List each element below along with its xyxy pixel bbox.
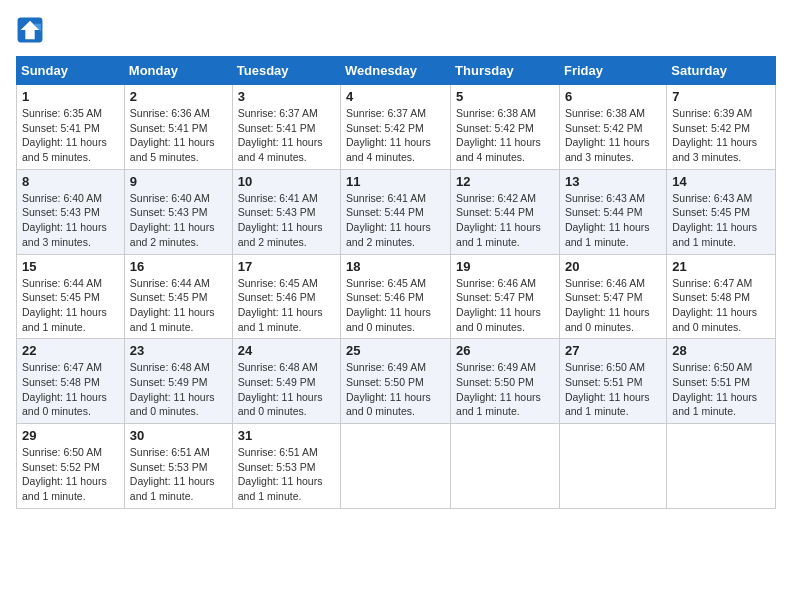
logo bbox=[16, 16, 48, 44]
day-number: 22 bbox=[22, 343, 119, 358]
calendar-cell: 16Sunrise: 6:44 AMSunset: 5:45 PMDayligh… bbox=[124, 254, 232, 339]
day-number: 25 bbox=[346, 343, 445, 358]
day-number: 18 bbox=[346, 259, 445, 274]
day-info: Sunrise: 6:39 AMSunset: 5:42 PMDaylight:… bbox=[672, 106, 770, 165]
calendar-week-row: 1Sunrise: 6:35 AMSunset: 5:41 PMDaylight… bbox=[17, 85, 776, 170]
day-number: 16 bbox=[130, 259, 227, 274]
calendar-cell: 1Sunrise: 6:35 AMSunset: 5:41 PMDaylight… bbox=[17, 85, 125, 170]
day-info: Sunrise: 6:50 AMSunset: 5:51 PMDaylight:… bbox=[565, 360, 661, 419]
calendar-week-row: 15Sunrise: 6:44 AMSunset: 5:45 PMDayligh… bbox=[17, 254, 776, 339]
calendar-cell bbox=[341, 424, 451, 509]
day-info: Sunrise: 6:35 AMSunset: 5:41 PMDaylight:… bbox=[22, 106, 119, 165]
day-info: Sunrise: 6:43 AMSunset: 5:45 PMDaylight:… bbox=[672, 191, 770, 250]
day-info: Sunrise: 6:47 AMSunset: 5:48 PMDaylight:… bbox=[22, 360, 119, 419]
logo-icon bbox=[16, 16, 44, 44]
calendar-cell bbox=[451, 424, 560, 509]
day-info: Sunrise: 6:42 AMSunset: 5:44 PMDaylight:… bbox=[456, 191, 554, 250]
day-info: Sunrise: 6:49 AMSunset: 5:50 PMDaylight:… bbox=[456, 360, 554, 419]
calendar-week-row: 8Sunrise: 6:40 AMSunset: 5:43 PMDaylight… bbox=[17, 169, 776, 254]
calendar-cell: 23Sunrise: 6:48 AMSunset: 5:49 PMDayligh… bbox=[124, 339, 232, 424]
calendar-cell: 28Sunrise: 6:50 AMSunset: 5:51 PMDayligh… bbox=[667, 339, 776, 424]
day-info: Sunrise: 6:46 AMSunset: 5:47 PMDaylight:… bbox=[456, 276, 554, 335]
column-header-friday: Friday bbox=[559, 57, 666, 85]
day-number: 15 bbox=[22, 259, 119, 274]
calendar-cell: 7Sunrise: 6:39 AMSunset: 5:42 PMDaylight… bbox=[667, 85, 776, 170]
day-number: 28 bbox=[672, 343, 770, 358]
day-number: 29 bbox=[22, 428, 119, 443]
day-info: Sunrise: 6:49 AMSunset: 5:50 PMDaylight:… bbox=[346, 360, 445, 419]
day-info: Sunrise: 6:51 AMSunset: 5:53 PMDaylight:… bbox=[130, 445, 227, 504]
column-header-saturday: Saturday bbox=[667, 57, 776, 85]
day-number: 12 bbox=[456, 174, 554, 189]
day-info: Sunrise: 6:45 AMSunset: 5:46 PMDaylight:… bbox=[238, 276, 335, 335]
day-number: 21 bbox=[672, 259, 770, 274]
calendar-cell: 31Sunrise: 6:51 AMSunset: 5:53 PMDayligh… bbox=[232, 424, 340, 509]
calendar-week-row: 22Sunrise: 6:47 AMSunset: 5:48 PMDayligh… bbox=[17, 339, 776, 424]
calendar-cell: 20Sunrise: 6:46 AMSunset: 5:47 PMDayligh… bbox=[559, 254, 666, 339]
day-number: 6 bbox=[565, 89, 661, 104]
day-number: 17 bbox=[238, 259, 335, 274]
calendar-cell: 2Sunrise: 6:36 AMSunset: 5:41 PMDaylight… bbox=[124, 85, 232, 170]
calendar-cell: 6Sunrise: 6:38 AMSunset: 5:42 PMDaylight… bbox=[559, 85, 666, 170]
day-info: Sunrise: 6:50 AMSunset: 5:51 PMDaylight:… bbox=[672, 360, 770, 419]
calendar-cell: 15Sunrise: 6:44 AMSunset: 5:45 PMDayligh… bbox=[17, 254, 125, 339]
day-number: 13 bbox=[565, 174, 661, 189]
calendar-cell: 19Sunrise: 6:46 AMSunset: 5:47 PMDayligh… bbox=[451, 254, 560, 339]
day-info: Sunrise: 6:44 AMSunset: 5:45 PMDaylight:… bbox=[22, 276, 119, 335]
calendar-cell: 26Sunrise: 6:49 AMSunset: 5:50 PMDayligh… bbox=[451, 339, 560, 424]
day-info: Sunrise: 6:36 AMSunset: 5:41 PMDaylight:… bbox=[130, 106, 227, 165]
calendar-cell: 11Sunrise: 6:41 AMSunset: 5:44 PMDayligh… bbox=[341, 169, 451, 254]
day-number: 30 bbox=[130, 428, 227, 443]
calendar-cell: 4Sunrise: 6:37 AMSunset: 5:42 PMDaylight… bbox=[341, 85, 451, 170]
day-info: Sunrise: 6:40 AMSunset: 5:43 PMDaylight:… bbox=[22, 191, 119, 250]
day-number: 23 bbox=[130, 343, 227, 358]
calendar-cell: 12Sunrise: 6:42 AMSunset: 5:44 PMDayligh… bbox=[451, 169, 560, 254]
column-header-wednesday: Wednesday bbox=[341, 57, 451, 85]
calendar-cell: 25Sunrise: 6:49 AMSunset: 5:50 PMDayligh… bbox=[341, 339, 451, 424]
day-info: Sunrise: 6:50 AMSunset: 5:52 PMDaylight:… bbox=[22, 445, 119, 504]
calendar-cell: 17Sunrise: 6:45 AMSunset: 5:46 PMDayligh… bbox=[232, 254, 340, 339]
day-number: 31 bbox=[238, 428, 335, 443]
calendar-cell: 13Sunrise: 6:43 AMSunset: 5:44 PMDayligh… bbox=[559, 169, 666, 254]
column-header-monday: Monday bbox=[124, 57, 232, 85]
day-info: Sunrise: 6:47 AMSunset: 5:48 PMDaylight:… bbox=[672, 276, 770, 335]
day-number: 3 bbox=[238, 89, 335, 104]
day-number: 14 bbox=[672, 174, 770, 189]
day-info: Sunrise: 6:43 AMSunset: 5:44 PMDaylight:… bbox=[565, 191, 661, 250]
column-header-thursday: Thursday bbox=[451, 57, 560, 85]
calendar-cell: 29Sunrise: 6:50 AMSunset: 5:52 PMDayligh… bbox=[17, 424, 125, 509]
calendar-cell: 27Sunrise: 6:50 AMSunset: 5:51 PMDayligh… bbox=[559, 339, 666, 424]
day-number: 7 bbox=[672, 89, 770, 104]
day-info: Sunrise: 6:51 AMSunset: 5:53 PMDaylight:… bbox=[238, 445, 335, 504]
day-number: 2 bbox=[130, 89, 227, 104]
day-number: 5 bbox=[456, 89, 554, 104]
calendar-cell bbox=[667, 424, 776, 509]
day-number: 11 bbox=[346, 174, 445, 189]
calendar-cell: 30Sunrise: 6:51 AMSunset: 5:53 PMDayligh… bbox=[124, 424, 232, 509]
day-info: Sunrise: 6:45 AMSunset: 5:46 PMDaylight:… bbox=[346, 276, 445, 335]
day-info: Sunrise: 6:38 AMSunset: 5:42 PMDaylight:… bbox=[456, 106, 554, 165]
calendar-header-row: SundayMondayTuesdayWednesdayThursdayFrid… bbox=[17, 57, 776, 85]
day-number: 4 bbox=[346, 89, 445, 104]
day-info: Sunrise: 6:38 AMSunset: 5:42 PMDaylight:… bbox=[565, 106, 661, 165]
day-number: 24 bbox=[238, 343, 335, 358]
page-header bbox=[16, 16, 776, 44]
day-info: Sunrise: 6:48 AMSunset: 5:49 PMDaylight:… bbox=[130, 360, 227, 419]
day-number: 1 bbox=[22, 89, 119, 104]
column-header-tuesday: Tuesday bbox=[232, 57, 340, 85]
day-info: Sunrise: 6:44 AMSunset: 5:45 PMDaylight:… bbox=[130, 276, 227, 335]
calendar-cell: 5Sunrise: 6:38 AMSunset: 5:42 PMDaylight… bbox=[451, 85, 560, 170]
calendar-cell: 3Sunrise: 6:37 AMSunset: 5:41 PMDaylight… bbox=[232, 85, 340, 170]
day-info: Sunrise: 6:46 AMSunset: 5:47 PMDaylight:… bbox=[565, 276, 661, 335]
column-header-sunday: Sunday bbox=[17, 57, 125, 85]
day-info: Sunrise: 6:37 AMSunset: 5:42 PMDaylight:… bbox=[346, 106, 445, 165]
calendar-cell bbox=[559, 424, 666, 509]
day-info: Sunrise: 6:40 AMSunset: 5:43 PMDaylight:… bbox=[130, 191, 227, 250]
calendar-cell: 22Sunrise: 6:47 AMSunset: 5:48 PMDayligh… bbox=[17, 339, 125, 424]
day-number: 26 bbox=[456, 343, 554, 358]
calendar-cell: 21Sunrise: 6:47 AMSunset: 5:48 PMDayligh… bbox=[667, 254, 776, 339]
day-number: 27 bbox=[565, 343, 661, 358]
calendar-week-row: 29Sunrise: 6:50 AMSunset: 5:52 PMDayligh… bbox=[17, 424, 776, 509]
calendar-cell: 14Sunrise: 6:43 AMSunset: 5:45 PMDayligh… bbox=[667, 169, 776, 254]
day-number: 8 bbox=[22, 174, 119, 189]
